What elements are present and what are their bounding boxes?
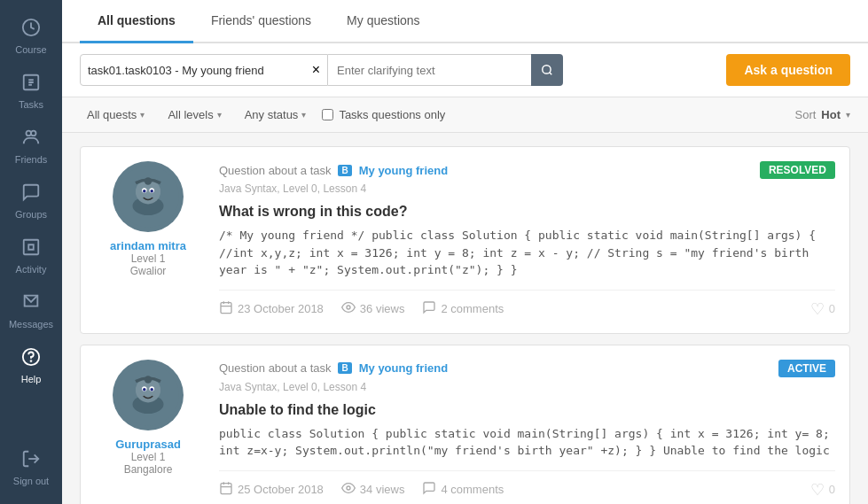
sidebar-item-label: Sign out xyxy=(13,476,49,486)
like-icon[interactable]: ♡ xyxy=(810,480,825,500)
view-count: 36 views xyxy=(360,302,405,315)
like-count: 0 xyxy=(829,302,835,315)
username[interactable]: arindam mitra xyxy=(110,239,186,252)
question-title: What is wrong in this code? xyxy=(219,204,835,220)
sidebar-item-help[interactable]: Help xyxy=(0,338,62,393)
course-icon xyxy=(21,18,41,42)
sidebar-item-label: Groups xyxy=(15,209,47,220)
user-level: Level 1 xyxy=(131,252,166,265)
like-count: 0 xyxy=(829,483,835,496)
sidebar-item-course[interactable]: Course xyxy=(0,9,62,64)
signout-icon xyxy=(21,449,41,473)
sidebar: Course Tasks Friends Groups xyxy=(0,0,62,504)
calendar-icon xyxy=(219,300,233,317)
sort-value[interactable]: Hot xyxy=(821,108,841,121)
question-body-section: Question about a task B My young friend … xyxy=(219,360,835,500)
ask-question-button[interactable]: Ask a question xyxy=(726,54,850,86)
avatar xyxy=(113,360,184,430)
like-area: ♡ 0 xyxy=(810,299,835,319)
task-icon: B xyxy=(338,165,351,176)
clear-search-icon[interactable]: × xyxy=(312,62,320,78)
search-button[interactable] xyxy=(531,54,563,86)
filter-all-levels[interactable]: All levels ▾ xyxy=(160,105,228,125)
sidebar-item-label: Activity xyxy=(16,264,47,275)
question-footer: 25 October 2018 34 views xyxy=(219,470,835,500)
messages-icon xyxy=(21,292,41,316)
sidebar-item-label: Course xyxy=(15,44,46,55)
filter-all-quests[interactable]: All quests ▾ xyxy=(80,105,152,125)
question-footer: 23 October 2018 36 views xyxy=(219,290,835,319)
top-navigation: All questions Friends' questions My ques… xyxy=(62,0,868,43)
svg-point-6 xyxy=(31,361,32,361)
tab-friends-questions[interactable]: Friends' questions xyxy=(193,0,329,43)
sidebar-item-messages[interactable]: Messages xyxy=(0,283,62,338)
search-input[interactable] xyxy=(88,64,312,77)
svg-point-29 xyxy=(154,384,160,394)
svg-point-32 xyxy=(347,486,350,490)
sidebar-item-label: Tasks xyxy=(19,99,43,110)
question-body-section: Question about a task B My young friend … xyxy=(219,161,835,319)
sidebar-item-label: Help xyxy=(21,374,42,384)
eye-icon xyxy=(341,300,356,317)
status-badge: ACTIVE xyxy=(778,360,835,377)
svg-point-8 xyxy=(543,66,551,74)
sidebar-item-label: Messages xyxy=(9,319,53,330)
sort-label: Sort xyxy=(794,108,816,121)
user-profile: Guruprasad Level 1 Bangalore xyxy=(95,360,201,500)
svg-point-17 xyxy=(154,187,160,197)
question-card: arindam mitra Level 1 Gwalior Question a… xyxy=(80,146,850,334)
sidebar-item-groups[interactable]: Groups xyxy=(0,174,62,229)
tab-my-questions[interactable]: My questions xyxy=(329,0,437,43)
comment-icon xyxy=(422,300,436,317)
eye-icon xyxy=(341,481,356,498)
search-box: × xyxy=(80,54,328,86)
user-city: Bangalore xyxy=(124,463,173,476)
task-link[interactable]: My young friend xyxy=(359,361,448,375)
svg-point-14 xyxy=(143,190,146,193)
svg-rect-19 xyxy=(221,303,231,314)
task-link[interactable]: My young friend xyxy=(359,164,448,177)
clarify-input[interactable] xyxy=(328,54,532,86)
comment-count: 2 comments xyxy=(441,302,504,315)
question-card: Guruprasad Level 1 Bangalore Question ab… xyxy=(80,345,850,505)
like-icon[interactable]: ♡ xyxy=(810,299,825,319)
question-header: Question about a task B My young friend … xyxy=(219,360,835,377)
activity-icon xyxy=(21,237,41,261)
sidebar-item-tasks[interactable]: Tasks xyxy=(0,64,62,119)
svg-point-27 xyxy=(150,387,153,391)
filter-any-status[interactable]: Any status ▾ xyxy=(238,105,314,125)
task-icon: B xyxy=(338,362,351,374)
question-type-label: Question about a task xyxy=(219,164,331,177)
question-subtitle: Java Syntax, Level 0, Lesson 4 xyxy=(219,182,835,195)
user-city: Gwalior xyxy=(130,265,167,277)
question-header: Question about a task B My young friend … xyxy=(219,161,835,179)
help-icon xyxy=(21,347,41,371)
like-area: ♡ 0 xyxy=(810,480,835,500)
sort-arrow-icon[interactable]: ▾ xyxy=(846,110,850,120)
svg-point-16 xyxy=(136,187,142,197)
sidebar-item-signout[interactable]: Sign out xyxy=(0,440,62,495)
svg-point-26 xyxy=(143,387,146,391)
search-area: × Ask a question xyxy=(62,43,868,97)
sidebar-item-friends[interactable]: Friends xyxy=(0,119,62,174)
question-date: 23 October 2018 xyxy=(238,302,324,315)
tab-all-questions[interactable]: All questions xyxy=(80,0,193,43)
sidebar-item-activity[interactable]: Activity xyxy=(0,229,62,283)
filters-bar: All quests ▾ All levels ▾ Any status ▾ T… xyxy=(62,97,868,133)
groups-icon xyxy=(21,182,41,206)
question-body-text: /* My young friend */ public class Solut… xyxy=(219,227,835,279)
question-title: Unable to find the logic xyxy=(219,402,835,418)
svg-rect-31 xyxy=(221,484,231,494)
search-combined: × xyxy=(80,54,563,86)
main-content: All questions Friends' questions My ques… xyxy=(62,0,868,504)
sort-area: Sort Hot ▾ xyxy=(794,108,850,121)
svg-point-20 xyxy=(347,306,350,309)
tasks-only-checkbox[interactable] xyxy=(322,109,333,120)
username[interactable]: Guruprasad xyxy=(115,438,181,451)
filter-tasks-only: Tasks questions only xyxy=(322,108,445,121)
dropdown-arrow-icon: ▾ xyxy=(140,110,145,120)
comments-item: 2 comments xyxy=(422,300,504,317)
status-badge: RESOLVED xyxy=(760,161,835,179)
friends-icon xyxy=(21,128,41,151)
dropdown-arrow-icon: ▾ xyxy=(301,110,306,120)
